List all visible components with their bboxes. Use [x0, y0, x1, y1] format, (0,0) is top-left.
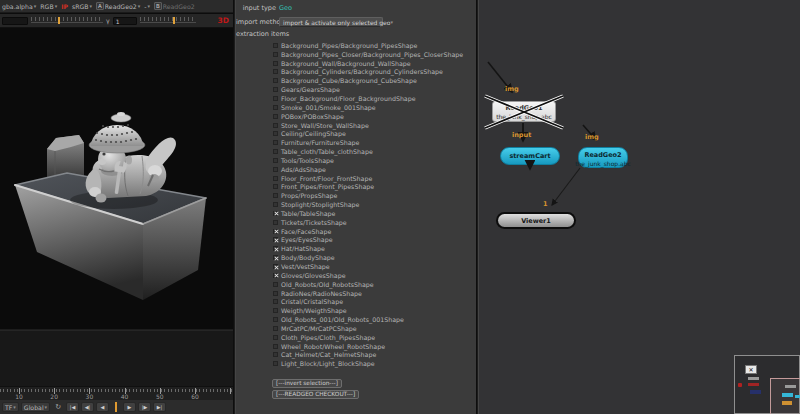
extraction-item-row[interactable]: Smoke_001/Smoke_001Shape [273, 103, 473, 112]
extraction-item-checkbox[interactable] [273, 220, 278, 225]
extraction-item-checkbox[interactable] [273, 87, 278, 92]
viewer-lut-dropdown[interactable]: sRGB ▾ [72, 3, 92, 10]
extraction-item-row[interactable]: Background_Pipes/Background_PipesShape [273, 41, 473, 50]
transport-button[interactable]: ◀| [81, 402, 94, 412]
gain-input[interactable] [2, 17, 28, 25]
extraction-item-row[interactable]: Cat_Helmet/Cat_HelmetShape [273, 351, 473, 360]
extraction-item-row[interactable]: Ceiling/CeilingShape [273, 129, 473, 138]
extraction-item-row[interactable]: Hat/HatShape [273, 244, 473, 253]
transport-button[interactable]: ▶| [153, 402, 166, 412]
extraction-item-checkbox[interactable] [273, 352, 278, 357]
transport-button[interactable]: ◀ [96, 402, 109, 412]
gain-slider[interactable] [31, 16, 103, 25]
extraction-item-checkbox[interactable] [273, 344, 278, 349]
extraction-item-checkbox[interactable] [273, 326, 278, 331]
frame-range-dropdown[interactable]: Global ▾ [21, 402, 50, 412]
extraction-item-checkbox[interactable] [273, 308, 278, 313]
extraction-item-row[interactable]: Store_Wall/Store_WallShape [273, 121, 473, 130]
minimap-viewport-rect[interactable] [770, 378, 800, 414]
extraction-item-checkbox[interactable] [273, 335, 278, 340]
extraction-item-row[interactable]: Floor_Front/Floor_FrontShape [273, 174, 473, 183]
node-streamcart[interactable]: streamCart [500, 147, 560, 165]
extraction-item-row[interactable]: Background_Cube/Background_CubeShape [273, 76, 473, 85]
extraction-item-checkbox[interactable] [273, 317, 278, 322]
extraction-item-row[interactable]: Front_Pipes/Front_PipesShape [273, 183, 473, 192]
frame-format-dropdown[interactable]: TF ▾ [2, 402, 19, 412]
extraction-item-checkbox[interactable] [273, 291, 278, 296]
loop-mode-icon[interactable]: ↻ [55, 403, 61, 411]
extraction-item-checkbox[interactable] [273, 140, 278, 145]
extraction-item-checkbox[interactable] [273, 229, 278, 234]
transport-button[interactable]: ▶ [123, 402, 136, 412]
gamma-input[interactable]: 1 [113, 17, 137, 25]
invert-selection-button[interactable]: [---invert selection---] [272, 379, 342, 388]
extraction-item-checkbox[interactable] [273, 361, 278, 366]
import-method-dropdown[interactable]: import & activate only selected geo ▾ [279, 17, 383, 27]
extraction-item-row[interactable]: Gloves/GlovesShape [273, 271, 473, 280]
extraction-item-row[interactable]: Old_Robots/Old_RobotsShape [273, 280, 473, 289]
extraction-item-checkbox[interactable] [273, 158, 278, 163]
extraction-item-row[interactable]: Gears/GearsShape [273, 85, 473, 94]
node-graph-pane[interactable]: ReadGeo1 the_junk_shop.abc streamCart Re… [479, 0, 800, 414]
ab-mode-dropdown[interactable]: - ▾ [144, 3, 150, 10]
extraction-item-checkbox[interactable] [273, 176, 278, 181]
extraction-item-checkbox[interactable] [273, 264, 278, 269]
extraction-item-checkbox[interactable] [273, 246, 278, 251]
extraction-item-row[interactable]: Stoplight/StoplightShape [273, 200, 473, 209]
extraction-item-checkbox[interactable] [273, 123, 278, 128]
gamma-slider-handle[interactable] [173, 17, 175, 24]
extraction-item-row[interactable]: Ads/AdsShape [273, 165, 473, 174]
extraction-item-row[interactable]: Table/TableShape [273, 209, 473, 218]
extraction-item-checkbox[interactable] [273, 114, 278, 119]
gamma-slider[interactable] [140, 16, 196, 25]
extraction-item-checkbox[interactable] [273, 282, 278, 287]
extraction-item-row[interactable]: Light_Block/Light_BlockShape [273, 359, 473, 368]
extraction-item-row[interactable]: RadioNes/RadioNesShape [273, 289, 473, 298]
viewer-3d-viewport[interactable] [0, 28, 233, 386]
node-readgeo1[interactable]: ReadGeo1 the_junk_shop.abc [492, 101, 556, 122]
extraction-item-row[interactable]: Eyes/EyesShape [273, 236, 473, 245]
gain-slider-handle[interactable] [58, 17, 60, 24]
input-b-selector[interactable]: B ReadGeo2 [154, 2, 195, 10]
readgeo-checkout-button[interactable]: [---READGEO CHECKOUT---] [272, 390, 359, 399]
extraction-item-checkbox[interactable] [273, 61, 278, 66]
viewer-3d-mode-indicator[interactable]: 3D [218, 16, 231, 25]
extraction-item-row[interactable]: Wheel_Robot/Wheel_RobotShape [273, 342, 473, 351]
extraction-item-row[interactable]: Cloth_Pipes/Cloth_PipesShape [273, 333, 473, 342]
extraction-item-checkbox[interactable] [273, 43, 278, 48]
extraction-item-checkbox[interactable] [273, 299, 278, 304]
input-a-selector[interactable]: A ReadGeo2 ▾ [96, 2, 140, 10]
extraction-item-checkbox[interactable] [273, 96, 278, 101]
node-readgeo2[interactable]: ReadGeo2 the_junk_shop.abc [578, 147, 628, 168]
input-process-toggle[interactable]: IP [61, 3, 68, 10]
current-frame-playhead[interactable] [115, 402, 117, 412]
extraction-item-checkbox[interactable] [273, 167, 278, 172]
extraction-item-row[interactable]: Weigth/WeigthShape [273, 306, 473, 315]
extraction-item-checkbox[interactable] [273, 149, 278, 154]
extraction-item-row[interactable]: Background_Wall/Background_WallShape [273, 59, 473, 68]
extraction-item-checkbox[interactable] [273, 131, 278, 136]
node-graph-minimap[interactable]: ✕ [734, 355, 800, 414]
extraction-item-checkbox[interactable] [273, 184, 278, 189]
extraction-item-checkbox[interactable] [273, 105, 278, 110]
extraction-item-checkbox[interactable] [273, 273, 278, 278]
node-viewer1[interactable]: Viewer1 [496, 212, 576, 229]
transport-button[interactable]: |▶ [138, 402, 151, 412]
extraction-item-row[interactable]: Props/PropsShape [273, 191, 473, 200]
extraction-item-checkbox[interactable] [273, 237, 278, 242]
extraction-item-row[interactable]: Vest/VestShape [273, 262, 473, 271]
extraction-item-row[interactable]: Background_Pipes_Closer/Background_Pipes… [273, 50, 473, 59]
channels-dropdown[interactable]: RGB ▾ [40, 3, 57, 10]
extraction-item-row[interactable]: Body/BodyShape [273, 253, 473, 262]
extraction-item-checkbox[interactable] [273, 78, 278, 83]
extraction-item-row[interactable]: Tools/ToolsShape [273, 156, 473, 165]
extraction-item-checkbox[interactable] [273, 193, 278, 198]
extraction-item-row[interactable]: Background_Cylinders/Background_Cylinder… [273, 68, 473, 77]
extraction-item-checkbox[interactable] [273, 211, 278, 216]
extraction-item-checkbox[interactable] [273, 255, 278, 260]
extraction-item-row[interactable]: MrCatPC/MrCatPCShape [273, 324, 473, 333]
layer-dropdown[interactable]: gba.alpha ▾ [2, 3, 36, 10]
extraction-item-row[interactable]: Old_Robots_001/Old_Robots_001Shape [273, 315, 473, 324]
extraction-item-row[interactable]: Tickets/TicketsShape [273, 218, 473, 227]
extraction-item-row[interactable]: Table_cloth/Table_clothShape [273, 147, 473, 156]
